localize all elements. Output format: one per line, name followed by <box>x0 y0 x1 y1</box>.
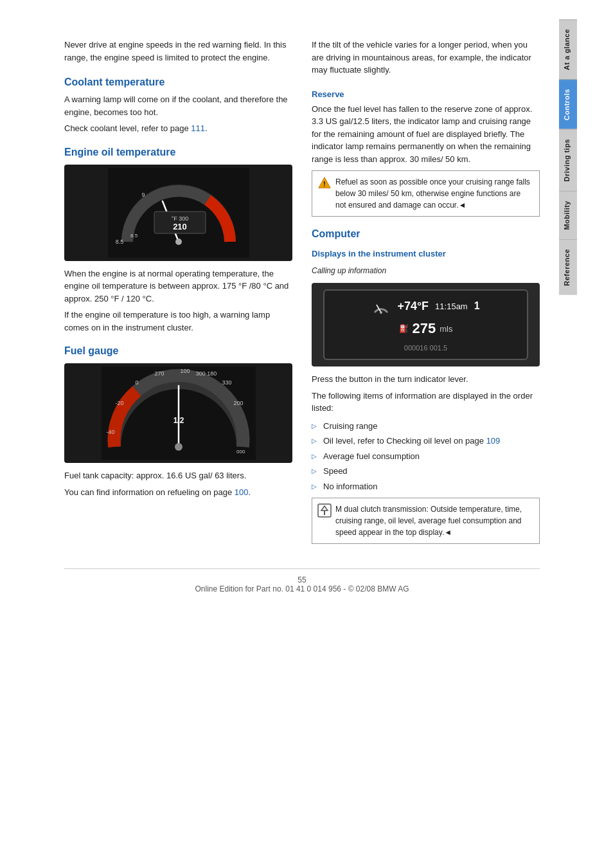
cluster-odometer: 000016 001.5 <box>404 344 447 352</box>
computer-para2: The following items of information are d… <box>312 390 540 415</box>
cluster-top-row: +74°F 11:15am 1 <box>328 297 524 315</box>
list-item-3: Average fuel consumption <box>312 450 540 463</box>
right-column: If the tilt of the vehicle varies for a … <box>312 39 540 549</box>
svg-text:8.5: 8.5 <box>115 239 123 245</box>
sidebar-tab-controls[interactable]: Controls <box>559 79 577 129</box>
sidebar-tab-at-a-glance[interactable]: At a glance <box>559 19 577 79</box>
speedometer-icon <box>371 297 391 315</box>
info-icon <box>317 503 332 523</box>
fuel-gauge-image: -40 -20 0 270 100 300·180 330 200 1/2 00… <box>64 363 292 463</box>
coolant-temperature-title: Coolant temperature <box>64 77 292 88</box>
fuel-gauge-svg: -40 -20 0 270 100 300·180 330 200 1/2 00… <box>102 366 256 460</box>
svg-text:000: 000 <box>236 449 245 455</box>
page-number: 55 <box>298 575 306 584</box>
sidebar-tab-mobility[interactable]: Mobility <box>559 191 577 239</box>
svg-text:9: 9 <box>141 192 145 198</box>
svg-point-2 <box>175 239 182 245</box>
computer-title: Computer <box>312 228 540 240</box>
cluster-display: +74°F 11:15am 1 ⛽ 275 mls 000016 001.5 <box>323 289 529 360</box>
svg-text:200: 200 <box>233 400 243 406</box>
displays-title: Displays in the instrument cluster <box>312 249 540 258</box>
list-item-2: Oil level, refer to Checking oil level o… <box>312 435 540 448</box>
svg-text:300·180: 300·180 <box>195 370 217 377</box>
oil-temp-para1: When the engine is at normal operating t… <box>64 267 292 305</box>
two-column-layout: Never drive at engine speeds in the red … <box>64 39 540 549</box>
fuel-gauge-title: Fuel gauge <box>64 345 292 357</box>
warning-text: Refuel as soon as possible once your cru… <box>335 177 530 210</box>
svg-point-25 <box>380 311 382 314</box>
main-content: Never drive at engine speeds in the red … <box>0 0 559 868</box>
svg-text:0: 0 <box>135 379 138 386</box>
fuel-para1: Fuel tank capacity: approx. 16.6 US gal/… <box>64 469 292 482</box>
oil-gauge-image: 8.5 9 °F 300 210 8.5 <box>64 165 292 261</box>
footer-text: Online Edition for Part no. 01 41 0 014 … <box>195 584 409 593</box>
svg-text:-40: -40 <box>106 429 114 435</box>
info-box: M dual clutch transmission: Outside temp… <box>312 498 540 544</box>
computer-para1: Press the button in the turn indicator l… <box>312 373 540 386</box>
intro-right: If the tilt of the vehicle varies for a … <box>312 39 540 77</box>
cluster-temperature: +74°F <box>397 300 429 313</box>
fuel-icon: ⛽ <box>399 324 409 333</box>
cluster-mileage: 275 <box>413 320 436 337</box>
svg-text:100: 100 <box>180 368 190 374</box>
svg-text:270: 270 <box>154 370 164 377</box>
cluster-gear: 1 <box>474 300 480 312</box>
svg-text:!: ! <box>323 181 325 188</box>
coolant-para2: Check coolant level, refer to page 111. <box>64 122 292 135</box>
svg-text:8.5: 8.5 <box>130 233 138 239</box>
fuel-para2: You can find information on refueling on… <box>64 486 292 499</box>
engine-oil-temperature-title: Engine oil temperature <box>64 147 292 158</box>
page-footer: 55 Online Edition for Part no. 01 41 0 0… <box>64 568 540 593</box>
svg-point-11 <box>175 443 182 451</box>
reserve-title: Reserve <box>312 89 540 99</box>
info-box-icon <box>317 503 332 518</box>
oil-level-page-ref[interactable]: 109 <box>486 436 501 446</box>
warning-icon: ! <box>317 176 332 190</box>
info-box-text: M dual clutch transmission: Outside temp… <box>335 505 522 537</box>
computer-display-image: +74°F 11:15am 1 ⛽ 275 mls 000016 001.5 <box>312 283 540 366</box>
list-item-1: Cruising range <box>312 420 540 433</box>
intro-left: Never drive at engine speeds in the red … <box>64 39 292 64</box>
svg-marker-27 <box>321 506 328 511</box>
oil-gauge-svg: 8.5 9 °F 300 210 8.5 <box>108 168 249 258</box>
cluster-bottom-row: ⛽ 275 mls <box>399 320 453 337</box>
coolant-page-ref[interactable]: 111 <box>191 123 205 133</box>
svg-text:1/2: 1/2 <box>173 416 184 425</box>
oil-temp-para2: If the engine oil temperature is too hig… <box>64 309 292 334</box>
fuel-page-ref[interactable]: 100 <box>235 487 249 497</box>
sidebar-tabs: At a glance Controls Driving tips Mobili… <box>559 0 577 868</box>
list-item-4: Speed <box>312 465 540 478</box>
left-column: Never drive at engine speeds in the red … <box>64 39 292 549</box>
svg-text:°F  300: °F 300 <box>171 215 188 222</box>
coolant-para1: A warning lamp will come on if the coola… <box>64 93 292 118</box>
cluster-unit: mls <box>440 324 452 334</box>
calling-up-title: Calling up information <box>312 265 540 276</box>
cluster-odometer-row: 000016 001.5 <box>404 343 447 352</box>
warning-box: ! Refuel as soon as possible once your c… <box>312 170 540 217</box>
svg-text:210: 210 <box>173 222 187 231</box>
svg-text:-20: -20 <box>115 400 123 406</box>
list-item-5: No information <box>312 480 540 493</box>
computer-list: Cruising range Oil level, refer to Check… <box>312 420 540 493</box>
sidebar-tab-driving-tips[interactable]: Driving tips <box>559 129 577 191</box>
sidebar-tab-reference[interactable]: Reference <box>559 239 577 295</box>
svg-text:330: 330 <box>222 379 231 386</box>
reserve-para1: Once the fuel level has fallen to the re… <box>312 103 540 166</box>
cluster-time: 11:15am <box>435 302 468 311</box>
